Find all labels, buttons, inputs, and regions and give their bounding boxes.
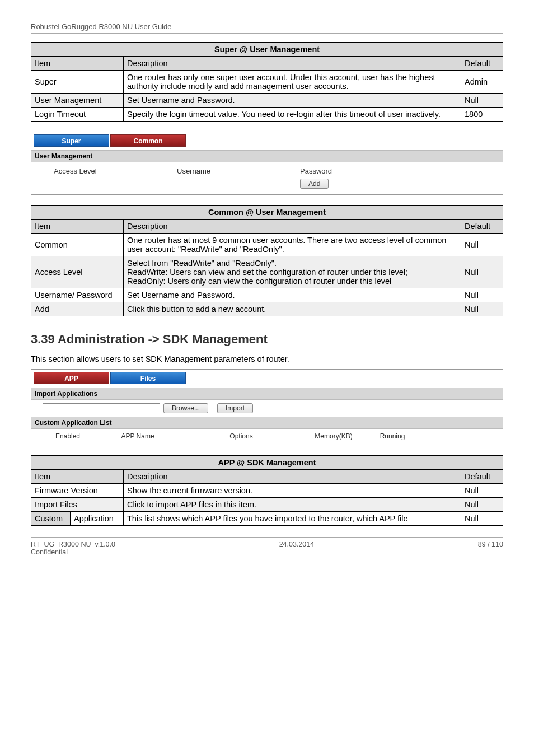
cell-def: Null <box>461 498 503 512</box>
section-heading-sdk: 3.39 Administration -> SDK Management <box>31 332 503 347</box>
import-button[interactable]: Import <box>217 403 253 413</box>
cell-item: Super <box>31 71 124 94</box>
cell-desc: Set Username and Password. <box>124 94 461 108</box>
col-memory: Memory(KB) <box>300 432 367 440</box>
page-footer: RT_UG_R3000 NU_v.1.0.0 24.03.2014 89 / 1… <box>31 537 503 548</box>
cell-desc: Select from "ReadWrite" and "ReadOnly". … <box>124 256 461 288</box>
cell-item: Firmware Version <box>31 484 124 498</box>
page-header: Robustel GoRugged R3000 NU User Guide <box>31 22 503 34</box>
cell-desc: Set Username and Password. <box>124 288 461 302</box>
tab-super[interactable]: Super <box>34 134 109 147</box>
col-hdr-desc: Description <box>124 470 461 484</box>
cell-desc: This list shows which APP files you have… <box>124 512 461 526</box>
col-hdr-item: Item <box>31 220 124 234</box>
cell-item: Add <box>31 302 124 316</box>
col-hdr-default: Default <box>461 57 503 71</box>
col-password: Password <box>300 167 362 175</box>
col-hdr-desc: Description <box>124 57 461 71</box>
col-app-name: APP Name <box>93 432 182 440</box>
cell-item: Username/ Password <box>31 288 124 302</box>
cell-def: Null <box>461 288 503 302</box>
cell-def: Null <box>461 484 503 498</box>
cell-desc: One router has only one super user accou… <box>124 71 461 94</box>
col-running: Running <box>367 432 418 440</box>
cell-desc: Show the current firmware version. <box>124 484 461 498</box>
cell-def: Null <box>461 302 503 316</box>
cell-def: Admin <box>461 71 503 94</box>
col-enabled: Enabled <box>43 432 93 440</box>
cell-item: Custom <box>31 512 71 526</box>
cell-def: Null <box>461 94 503 108</box>
col-hdr-item: Item <box>31 57 124 71</box>
col-hdr-default: Default <box>461 470 503 484</box>
cell-item: Login Timeout <box>31 108 124 122</box>
col-hdr-desc: Description <box>124 220 461 234</box>
table-super-user-mgmt: Super @ User Management Item Description… <box>31 42 503 122</box>
footer-center: 24.03.2014 <box>279 540 315 548</box>
tab-files[interactable]: Files <box>110 372 186 384</box>
screenshot-user-mgmt: Super Common User Management Access Leve… <box>31 132 503 195</box>
table-title: Super @ User Management <box>31 43 503 57</box>
cell-def: Null <box>461 234 503 256</box>
section-user-mgmt: User Management <box>31 150 503 162</box>
footer-confidential: Confidential <box>31 548 503 556</box>
import-file-input[interactable] <box>43 403 160 413</box>
footer-right: 89 / 110 <box>478 540 503 548</box>
col-hdr-item: Item <box>31 470 124 484</box>
cell-subitem: Application <box>71 512 124 526</box>
section-custom-app-list: Custom Application List <box>31 417 503 429</box>
col-access-level: Access Level <box>54 167 115 175</box>
table-common-user-mgmt: Common @ User Management Item Descriptio… <box>31 205 503 316</box>
cell-item: Import Files <box>31 498 124 512</box>
add-button[interactable]: Add <box>300 179 329 189</box>
cell-item: User Management <box>31 94 124 108</box>
cell-desc: Click to import APP files in this item. <box>124 498 461 512</box>
tab-app[interactable]: APP <box>34 372 109 384</box>
tab-common[interactable]: Common <box>110 134 186 147</box>
browse-button[interactable]: Browse... <box>163 403 208 413</box>
col-hdr-default: Default <box>461 220 503 234</box>
cell-def: Null <box>461 256 503 288</box>
intro-text: This section allows users to set SDK Man… <box>31 354 503 363</box>
cell-desc: Click this button to add a new account. <box>124 302 461 316</box>
screenshot-sdk: APP Files Import Applications Browse... … <box>31 369 503 445</box>
cell-item: Access Level <box>31 256 124 288</box>
table-title: Common @ User Management <box>31 206 503 220</box>
table-app-sdk-mgmt: APP @ SDK Management Item Description De… <box>31 455 503 526</box>
footer-left: RT_UG_R3000 NU_v.1.0.0 <box>31 540 115 548</box>
cell-item: Common <box>31 234 124 256</box>
cell-desc: Specify the login timeout value. You nee… <box>124 108 461 122</box>
col-username: Username <box>177 167 238 175</box>
cell-desc: One router has at most 9 common user acc… <box>124 234 461 256</box>
section-import-apps: Import Applications <box>31 388 503 400</box>
cell-def: 1800 <box>461 108 503 122</box>
table-title: APP @ SDK Management <box>31 456 503 470</box>
cell-def: Null <box>461 512 503 526</box>
col-options: Options <box>182 432 300 440</box>
